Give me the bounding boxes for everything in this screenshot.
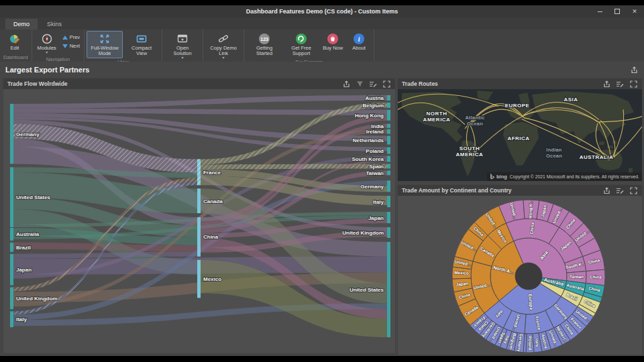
close-button[interactable]: ✕ xyxy=(631,7,639,15)
continent-label: NORTHAMERICA xyxy=(423,111,451,123)
sankey-node[interactable] xyxy=(387,136,390,145)
sankey-node[interactable] xyxy=(10,167,13,227)
sankey-node[interactable] xyxy=(387,103,390,108)
ocean-label: IndianOcean xyxy=(546,147,562,159)
maximize-icon[interactable] xyxy=(382,80,391,88)
prev-button[interactable]: Prev xyxy=(60,34,82,41)
full-window-mode-button[interactable]: Full-Window Mode xyxy=(87,31,123,58)
sunburst-svg: North A...AsiaAustraliaEuropeUnited...Ca… xyxy=(398,196,642,355)
sankey-node-label: United States xyxy=(16,194,51,200)
compact-view-icon xyxy=(136,33,147,45)
ribbon-group-share: Copy Demo Link ▾ Share xyxy=(203,29,244,62)
ocean-label: AtlanticOcean xyxy=(465,115,484,127)
sankey-node[interactable] xyxy=(387,227,390,238)
sankey-node[interactable] xyxy=(197,260,201,298)
tab-skins[interactable]: Skins xyxy=(39,19,70,29)
sankey-panel: Trade Flow Wolrdwide GermanyUnited State… xyxy=(3,78,396,354)
map-panel: Trade Routes xyxy=(397,78,643,182)
copy-link-icon xyxy=(218,33,229,45)
dashboard-export-button[interactable] xyxy=(629,66,639,74)
sankey-node[interactable] xyxy=(387,95,390,101)
sankey-node-label: Spain xyxy=(369,164,384,170)
dashboard-title: Largest Export Partners xyxy=(5,66,625,74)
group-label-dashboard: Dashboard xyxy=(2,54,30,62)
open-solution-button[interactable]: Open Solution ▾ xyxy=(164,31,201,61)
inspect-data-icon[interactable] xyxy=(368,80,378,88)
ribbon-tabs: Demo Skins xyxy=(0,17,644,29)
tab-demo[interactable]: Demo xyxy=(5,19,38,29)
sankey-node-label: Taiwan xyxy=(366,170,384,176)
sunburst-panel-header: Trade Amount by Continent and Country xyxy=(398,185,642,196)
inspect-data-icon[interactable] xyxy=(615,186,625,195)
buy-now-button[interactable]: Buy Now xyxy=(320,31,345,53)
sankey-node[interactable] xyxy=(10,228,13,241)
open-solution-icon xyxy=(177,33,188,45)
sankey-node[interactable] xyxy=(387,164,390,168)
inspect-data-icon[interactable] xyxy=(615,80,625,88)
chevron-down-icon: ▾ xyxy=(223,56,225,59)
sankey-node-label: China xyxy=(203,234,219,240)
getting-started-button[interactable]: 123 Getting Started xyxy=(246,31,282,58)
sankey-node-label: United States xyxy=(350,287,384,293)
sankey-node[interactable] xyxy=(387,156,390,162)
buy-now-label: Buy Now xyxy=(323,46,343,51)
get-free-support-label: Get Free Support xyxy=(286,46,317,56)
about-icon: i xyxy=(354,34,364,44)
sankey-node[interactable] xyxy=(197,217,201,257)
map-attribution: bing Copyright © 2021 Microsoft and its … xyxy=(487,172,642,181)
open-solution-label: Open Solution xyxy=(167,46,198,56)
sankey-node[interactable] xyxy=(387,180,390,192)
sankey-node[interactable] xyxy=(387,212,390,223)
full-window-mode-label: Full-Window Mode xyxy=(89,46,120,56)
sankey-node[interactable] xyxy=(197,188,201,213)
sankey-node[interactable] xyxy=(387,129,390,134)
edit-dashboard-icon xyxy=(9,33,20,45)
next-triangle-icon xyxy=(62,44,68,48)
export-icon[interactable] xyxy=(341,80,351,88)
edit-button[interactable]: Edit xyxy=(2,31,28,53)
sankey-chart[interactable]: GermanyUnited StatesAustraliaBrazilJapan… xyxy=(3,89,395,353)
sankey-node[interactable] xyxy=(10,311,13,327)
sankey-node[interactable] xyxy=(387,170,390,175)
continent-label: EUROPE xyxy=(505,103,530,109)
sankey-node-label: Italy xyxy=(373,199,384,205)
sankey-node-label: Germany xyxy=(16,131,40,137)
restore-icon xyxy=(614,9,620,14)
copy-demo-link-button[interactable]: Copy Demo Link ▾ xyxy=(205,31,241,61)
window-title: Dashboard Features Demo (CS code) - Cust… xyxy=(0,8,644,15)
sankey-link[interactable] xyxy=(13,95,387,109)
maximize-icon[interactable] xyxy=(629,186,638,195)
sankey-node-label: Belgium xyxy=(362,103,384,109)
next-button[interactable]: Next xyxy=(60,42,82,50)
next-label: Next xyxy=(70,43,80,49)
sankey-node[interactable] xyxy=(387,196,390,207)
sankey-node[interactable] xyxy=(10,254,13,286)
sankey-node-label: South Korea xyxy=(352,156,384,162)
sunburst-chart[interactable]: North A...AsiaAustraliaEuropeUnited...Ca… xyxy=(398,196,642,355)
map-chart[interactable]: PacificOceanAtlanticOceanIndianOceanNORT… xyxy=(398,89,642,181)
sankey-node[interactable] xyxy=(387,110,390,121)
continent-label: SOUTHAMERICA xyxy=(456,145,484,158)
get-free-support-button[interactable]: Get Free Support xyxy=(283,31,319,58)
modules-button[interactable]: Modules ▾ xyxy=(34,31,60,56)
compact-view-button[interactable]: Compact View xyxy=(123,31,160,58)
export-icon[interactable] xyxy=(602,80,611,88)
about-button[interactable]: i About xyxy=(346,31,372,53)
sankey-node-label: Japan xyxy=(16,267,32,273)
sankey-node[interactable] xyxy=(10,288,13,310)
restore-button[interactable] xyxy=(613,7,621,15)
dashboard-title-bar: Largest Export Partners xyxy=(0,63,644,76)
sankey-svg: GermanyUnited StatesAustraliaBrazilJapan… xyxy=(3,89,395,353)
sankey-node[interactable] xyxy=(10,104,13,164)
filter-icon[interactable] xyxy=(355,80,364,88)
sankey-node[interactable] xyxy=(387,124,390,128)
export-icon[interactable] xyxy=(602,186,611,195)
title-bar: Dashboard Features Demo (CS code) - Cust… xyxy=(0,5,644,17)
sankey-node[interactable] xyxy=(10,243,13,252)
sankey-node[interactable] xyxy=(387,242,390,337)
maximize-icon[interactable] xyxy=(629,80,638,88)
sankey-link[interactable] xyxy=(13,252,197,259)
minimize-button[interactable] xyxy=(596,7,604,15)
sankey-node-label: Germany xyxy=(360,184,384,190)
sankey-node[interactable] xyxy=(387,147,390,154)
